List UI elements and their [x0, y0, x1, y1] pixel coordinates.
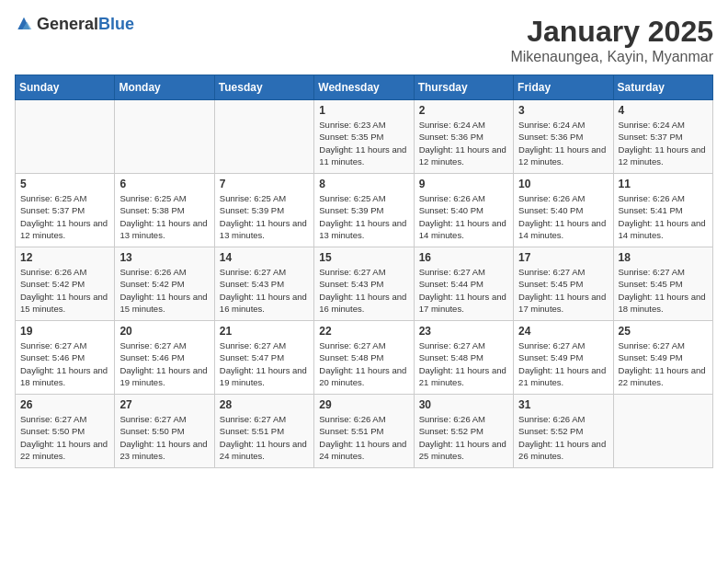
day-number: 16 — [419, 251, 508, 264]
day-info: Sunrise: 6:27 AMSunset: 5:49 PMDaylight:… — [619, 339, 708, 388]
table-row: 10 Sunrise: 6:26 AMSunset: 5:40 PMDaylig… — [514, 174, 613, 247]
day-number: 3 — [518, 104, 608, 117]
header-tuesday: Tuesday — [214, 75, 313, 100]
day-info: Sunrise: 6:25 AMSunset: 5:39 PMDaylight:… — [319, 192, 408, 241]
day-info: Sunrise: 6:27 AMSunset: 5:44 PMDaylight:… — [419, 266, 508, 315]
header-monday: Monday — [115, 75, 214, 100]
table-row: 31 Sunrise: 6:26 AMSunset: 5:52 PMDaylig… — [514, 395, 613, 468]
day-info: Sunrise: 6:26 AMSunset: 5:52 PMDaylight:… — [419, 413, 508, 462]
day-number: 6 — [119, 178, 209, 190]
header-saturday: Saturday — [613, 75, 712, 100]
calendar-week-row: 19 Sunrise: 6:27 AMSunset: 5:46 PMDaylig… — [16, 321, 713, 395]
day-number: 19 — [20, 325, 109, 338]
day-info: Sunrise: 6:26 AMSunset: 5:40 PMDaylight:… — [518, 192, 608, 241]
table-row: 15 Sunrise: 6:27 AMSunset: 5:43 PMDaylig… — [314, 247, 414, 321]
day-number: 30 — [419, 398, 508, 411]
day-info: Sunrise: 6:27 AMSunset: 5:47 PMDaylight:… — [220, 339, 309, 388]
day-number: 27 — [119, 398, 209, 411]
logo-general-text: GeneralBlue — [37, 15, 134, 34]
day-info: Sunrise: 6:27 AMSunset: 5:51 PMDaylight:… — [220, 413, 309, 462]
day-number: 26 — [20, 398, 109, 411]
table-row: 20 Sunrise: 6:27 AMSunset: 5:46 PMDaylig… — [115, 321, 214, 395]
table-row: 28 Sunrise: 6:27 AMSunset: 5:51 PMDaylig… — [214, 395, 313, 468]
header-sunday: Sunday — [16, 75, 115, 100]
day-info: Sunrise: 6:23 AMSunset: 5:35 PMDaylight:… — [319, 119, 408, 167]
header-thursday: Thursday — [414, 75, 513, 100]
calendar-table: Sunday Monday Tuesday Wednesday Thursday… — [15, 75, 713, 468]
day-info: Sunrise: 6:25 AMSunset: 5:37 PMDaylight:… — [20, 192, 109, 241]
day-info: Sunrise: 6:27 AMSunset: 5:50 PMDaylight:… — [20, 413, 109, 462]
table-row: 12 Sunrise: 6:26 AMSunset: 5:42 PMDaylig… — [16, 247, 115, 321]
day-number: 22 — [319, 325, 408, 338]
day-number: 13 — [119, 251, 209, 264]
table-row: 13 Sunrise: 6:26 AMSunset: 5:42 PMDaylig… — [115, 247, 214, 321]
day-number: 20 — [119, 325, 209, 338]
day-number: 24 — [518, 325, 608, 338]
day-number: 1 — [319, 104, 408, 117]
table-row — [613, 395, 712, 468]
day-info: Sunrise: 6:27 AMSunset: 5:45 PMDaylight:… — [619, 266, 708, 315]
day-number: 4 — [619, 104, 708, 117]
day-number: 10 — [518, 178, 608, 190]
day-info: Sunrise: 6:27 AMSunset: 5:45 PMDaylight:… — [518, 266, 608, 315]
day-number: 23 — [419, 325, 508, 338]
logo: GeneralBlue — [15, 15, 134, 34]
table-row: 26 Sunrise: 6:27 AMSunset: 5:50 PMDaylig… — [16, 395, 115, 468]
day-number: 5 — [20, 178, 109, 190]
table-row: 8 Sunrise: 6:25 AMSunset: 5:39 PMDayligh… — [314, 174, 414, 247]
table-row: 17 Sunrise: 6:27 AMSunset: 5:45 PMDaylig… — [514, 247, 613, 321]
calendar-week-row: 26 Sunrise: 6:27 AMSunset: 5:50 PMDaylig… — [16, 395, 713, 468]
table-row — [214, 100, 313, 174]
day-number: 17 — [518, 251, 608, 264]
day-info: Sunrise: 6:26 AMSunset: 5:42 PMDaylight:… — [119, 266, 209, 315]
day-info: Sunrise: 6:24 AMSunset: 5:36 PMDaylight:… — [518, 119, 608, 167]
day-number: 21 — [220, 325, 309, 338]
header-wednesday: Wednesday — [314, 75, 414, 100]
page-header: GeneralBlue January 2025 Mikenaungea, Ka… — [15, 15, 713, 65]
table-row: 9 Sunrise: 6:26 AMSunset: 5:40 PMDayligh… — [414, 174, 513, 247]
table-row: 25 Sunrise: 6:27 AMSunset: 5:49 PMDaylig… — [613, 321, 712, 395]
table-row: 23 Sunrise: 6:27 AMSunset: 5:48 PMDaylig… — [414, 321, 513, 395]
day-info: Sunrise: 6:27 AMSunset: 5:46 PMDaylight:… — [20, 339, 109, 388]
table-row: 5 Sunrise: 6:25 AMSunset: 5:37 PMDayligh… — [16, 174, 115, 247]
day-info: Sunrise: 6:27 AMSunset: 5:48 PMDaylight:… — [419, 339, 508, 388]
day-number: 28 — [220, 398, 309, 411]
day-info: Sunrise: 6:27 AMSunset: 5:43 PMDaylight:… — [220, 266, 309, 315]
day-number: 9 — [419, 178, 508, 190]
logo-icon — [15, 16, 33, 34]
day-info: Sunrise: 6:27 AMSunset: 5:46 PMDaylight:… — [119, 339, 209, 388]
day-number: 15 — [319, 251, 408, 264]
day-info: Sunrise: 6:25 AMSunset: 5:39 PMDaylight:… — [220, 192, 309, 241]
day-info: Sunrise: 6:24 AMSunset: 5:37 PMDaylight:… — [619, 119, 708, 167]
day-info: Sunrise: 6:27 AMSunset: 5:43 PMDaylight:… — [319, 266, 408, 315]
day-number: 31 — [518, 398, 608, 411]
calendar-week-row: 12 Sunrise: 6:26 AMSunset: 5:42 PMDaylig… — [16, 247, 713, 321]
day-number: 11 — [619, 178, 708, 190]
table-row: 2 Sunrise: 6:24 AMSunset: 5:36 PMDayligh… — [414, 100, 513, 174]
table-row: 21 Sunrise: 6:27 AMSunset: 5:47 PMDaylig… — [214, 321, 313, 395]
day-number: 2 — [419, 104, 508, 117]
calendar-week-row: 5 Sunrise: 6:25 AMSunset: 5:37 PMDayligh… — [16, 174, 713, 247]
table-row: 27 Sunrise: 6:27 AMSunset: 5:50 PMDaylig… — [115, 395, 214, 468]
table-row: 18 Sunrise: 6:27 AMSunset: 5:45 PMDaylig… — [613, 247, 712, 321]
table-row: 22 Sunrise: 6:27 AMSunset: 5:48 PMDaylig… — [314, 321, 414, 395]
day-info: Sunrise: 6:26 AMSunset: 5:51 PMDaylight:… — [319, 413, 408, 462]
table-row: 16 Sunrise: 6:27 AMSunset: 5:44 PMDaylig… — [414, 247, 513, 321]
table-row — [115, 100, 214, 174]
day-info: Sunrise: 6:27 AMSunset: 5:49 PMDaylight:… — [518, 339, 608, 388]
table-row: 1 Sunrise: 6:23 AMSunset: 5:35 PMDayligh… — [314, 100, 414, 174]
day-info: Sunrise: 6:25 AMSunset: 5:38 PMDaylight:… — [119, 192, 209, 241]
day-number: 14 — [220, 251, 309, 264]
location-title: Mikenaungea, Kayin, Myanmar — [510, 49, 713, 65]
table-row: 19 Sunrise: 6:27 AMSunset: 5:46 PMDaylig… — [16, 321, 115, 395]
table-row: 7 Sunrise: 6:25 AMSunset: 5:39 PMDayligh… — [214, 174, 313, 247]
table-row: 11 Sunrise: 6:26 AMSunset: 5:41 PMDaylig… — [613, 174, 712, 247]
day-info: Sunrise: 6:27 AMSunset: 5:50 PMDaylight:… — [119, 413, 209, 462]
title-block: January 2025 Mikenaungea, Kayin, Myanmar — [510, 15, 713, 65]
header-friday: Friday — [514, 75, 613, 100]
table-row: 6 Sunrise: 6:25 AMSunset: 5:38 PMDayligh… — [115, 174, 214, 247]
day-number: 8 — [319, 178, 408, 190]
calendar-week-row: 1 Sunrise: 6:23 AMSunset: 5:35 PMDayligh… — [16, 100, 713, 174]
day-number: 18 — [619, 251, 708, 264]
month-title: January 2025 — [510, 15, 713, 49]
